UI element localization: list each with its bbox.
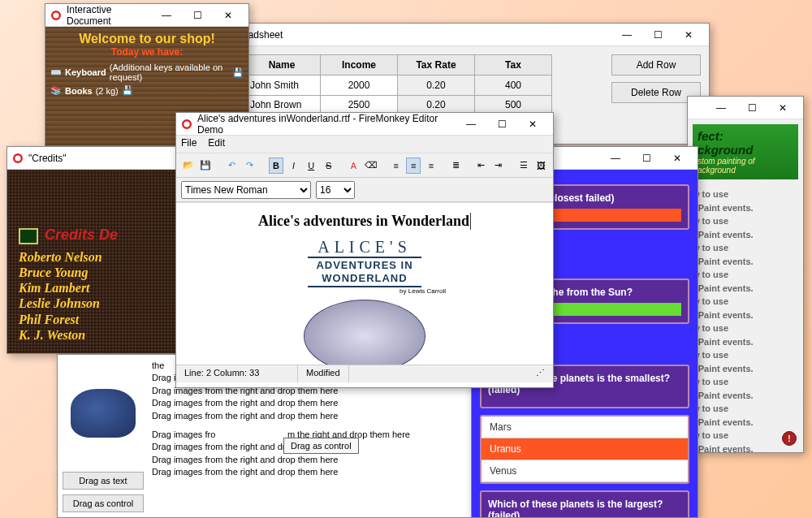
menubar: File Edit: [176, 136, 553, 153]
document-area[interactable]: Alice's adventures in Wonderland ALICE'S…: [176, 202, 553, 365]
effect-line: w to use: [693, 295, 798, 309]
menu-edit[interactable]: Edit: [208, 137, 225, 151]
editor-window: Alice's adventures inWonderland.rtf - Fi…: [175, 112, 554, 388]
insert-image-button[interactable]: 🖼: [534, 158, 549, 174]
align-justify-button[interactable]: ≣: [449, 158, 464, 174]
table-row: John Smith20000.20400: [244, 75, 552, 95]
font-color-button[interactable]: A: [347, 158, 361, 174]
effect-line: nPaint events.: [693, 228, 798, 242]
menu-file[interactable]: File: [181, 137, 197, 151]
minimize-button[interactable]: —: [456, 114, 486, 135]
effect-line: nPaint events.: [693, 442, 798, 453]
effect-header: fect: ckground stom painting of ackgroun…: [693, 124, 798, 179]
minimize-button[interactable]: —: [600, 148, 631, 169]
close-button[interactable]: ✕: [673, 24, 704, 45]
disk-icon: 💾: [232, 67, 244, 78]
drag-hint-line: Drag images from the right and drop them…: [152, 410, 473, 422]
shop-item[interactable]: 📚 Books (2 kg) 💾: [50, 85, 244, 96]
svg-point-2: [183, 120, 191, 128]
save-icon[interactable]: 💾: [199, 158, 214, 174]
effect-line: w to use: [693, 241, 798, 255]
undo-icon[interactable]: ↶: [225, 158, 240, 174]
alert-badge-icon[interactable]: !: [782, 431, 797, 446]
status-position: Line: 2 Column: 33: [176, 365, 298, 382]
italic-button[interactable]: I: [287, 158, 301, 174]
drag-as-text-button[interactable]: Drag as text: [63, 472, 144, 490]
shop-subheading: Today we have:: [50, 46, 244, 58]
col-income: Income: [321, 55, 398, 76]
svg-point-1: [14, 154, 22, 162]
maximize-button[interactable]: ☐: [182, 5, 213, 26]
font-family-select[interactable]: Times New Roman: [181, 181, 311, 199]
status-modified: Modified: [298, 365, 349, 382]
titlebar[interactable]: Alice's adventures inWonderland.rtf - Fi…: [176, 113, 553, 136]
window-title: Alice's adventures inWonderland.rtf - Fi…: [197, 113, 456, 136]
titlebar[interactable]: readsheet — ☐ ✕: [235, 24, 709, 46]
answer-option-wrong[interactable]: Uranus: [482, 438, 688, 460]
statusbar: Line: 2 Column: 33 Modified ⋰: [176, 365, 553, 382]
butterfly-image[interactable]: [71, 389, 136, 438]
answer-option[interactable]: Venus: [482, 460, 688, 482]
open-icon[interactable]: 📂: [181, 158, 196, 174]
effect-line: w to use: [693, 268, 798, 282]
shop-item[interactable]: ⌨️ Keyboard (Additional keys available o…: [50, 63, 244, 82]
indent-decrease-button[interactable]: ⇤: [474, 158, 489, 174]
table-header-row: Name Income Tax Rate Tax: [244, 55, 552, 76]
app-icon: [12, 153, 24, 164]
quiz-card: Which of these planets is the largest? (…: [480, 490, 689, 517]
clear-format-button[interactable]: ⌫: [364, 158, 378, 174]
drag-hint-line: Drag images from the right and drop them…: [152, 466, 473, 478]
maximize-button[interactable]: ☐: [736, 97, 767, 119]
shop-heading: Welcome to our shop!: [50, 32, 244, 46]
effect-line: w to use: [693, 375, 798, 389]
minimize-button[interactable]: —: [706, 97, 736, 119]
window-title: readsheet: [240, 29, 611, 41]
close-button[interactable]: ✕: [767, 97, 798, 119]
col-tax: Tax: [475, 55, 552, 76]
bold-button[interactable]: B: [269, 158, 283, 174]
col-taxrate: Tax Rate: [398, 55, 475, 76]
toolbar: 📂 💾 ↶ ↷ B I U S A ⌫ ≡ ≡ ≡ ≣ ⇤ ⇥ ☰ 🖼: [176, 153, 553, 178]
close-button[interactable]: ✕: [213, 5, 244, 26]
close-button[interactable]: ✕: [517, 114, 548, 135]
doc-illustration: ALICE'S ADVENTURES INWONDERLAND by Lewis…: [186, 238, 543, 365]
close-button[interactable]: ✕: [662, 148, 693, 169]
effect-line: w to use: [693, 348, 798, 362]
drag-as-control-button[interactable]: Drag as control: [63, 494, 144, 512]
maximize-button[interactable]: ☐: [486, 114, 517, 135]
minimize-button[interactable]: —: [151, 5, 182, 26]
align-right-button[interactable]: ≡: [424, 158, 438, 174]
minimize-button[interactable]: —: [611, 24, 642, 45]
effect-line: nPaint events.: [693, 335, 798, 349]
add-row-button[interactable]: Add Row: [611, 54, 701, 76]
svg-point-0: [52, 11, 60, 19]
effect-line: nPaint events.: [693, 362, 798, 376]
strikethrough-button[interactable]: S: [322, 158, 336, 174]
chart-icon: [19, 228, 38, 244]
underline-button[interactable]: U: [304, 158, 318, 174]
app-icon: [181, 119, 192, 130]
align-center-button[interactable]: ≡: [406, 158, 421, 174]
font-size-select[interactable]: 16: [316, 181, 355, 199]
titlebar[interactable]: — ☐ ✕: [688, 97, 803, 119]
maximize-button[interactable]: ☐: [631, 148, 662, 169]
maximize-button[interactable]: ☐: [642, 24, 673, 45]
effect-line: w to use: [693, 188, 798, 201]
answer-list: Mars Uranus Venus: [480, 415, 689, 484]
answer-option[interactable]: Mars: [482, 417, 688, 438]
col-name: Name: [244, 55, 321, 76]
floating-drag-label[interactable]: Drag as control: [283, 438, 359, 454]
effect-window: — ☐ ✕ fect: ckground stom painting of ac…: [687, 96, 804, 453]
doc-heading: Alice's adventures in Wonderland: [258, 213, 471, 230]
books-icon: 📚: [50, 85, 62, 96]
align-left-button[interactable]: ≡: [389, 158, 404, 174]
resize-grip-icon[interactable]: ⋰: [528, 365, 553, 382]
effect-line: w to use: [693, 322, 798, 335]
titlebar[interactable]: Interactive Document — ☐ ✕: [45, 4, 248, 27]
redo-icon[interactable]: ↷: [243, 158, 257, 174]
bullet-list-button[interactable]: ☰: [516, 158, 531, 174]
effect-line: nPaint events.: [693, 389, 798, 403]
indent-increase-button[interactable]: ⇥: [491, 158, 506, 174]
effect-text-list: w to usenPaint events.w to usenPaint eve…: [693, 188, 798, 452]
question-text: Which of these planets is the largest? (…: [488, 499, 681, 517]
